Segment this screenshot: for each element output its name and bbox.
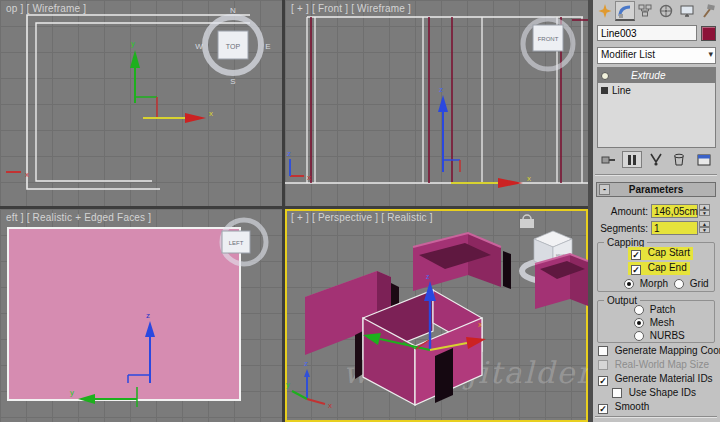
radio-icon[interactable] (624, 279, 634, 289)
lightbulb-icon[interactable] (601, 72, 609, 80)
gizmo-y-label: y (70, 388, 74, 397)
tab-hierarchy[interactable] (635, 1, 655, 21)
viewport-top-canvas[interactable]: y x x TOP N W E S (0, 0, 282, 206)
radio-icon[interactable] (674, 279, 684, 289)
spinner-down-icon[interactable]: ▼ (699, 227, 710, 233)
viewcube-face-label[interactable]: FRONT (538, 36, 559, 42)
modifier-list-dropdown[interactable]: Modifier List ▾ (597, 47, 716, 64)
wireframe-plan[interactable] (27, 15, 250, 189)
viewport-top-label[interactable]: op ] [ Wireframe ] (6, 3, 86, 14)
grid-radio[interactable]: Grid (674, 278, 709, 289)
radio-icon[interactable] (634, 331, 644, 341)
checkbox-icon[interactable] (598, 404, 608, 414)
segments-label: Segments: (593, 223, 648, 234)
compass-n[interactable]: N (230, 6, 236, 15)
tab-utilities[interactable] (698, 1, 718, 21)
smooth-checkbox[interactable]: Smooth (598, 401, 649, 414)
viewport-front-canvas[interactable]: z x x z FRONT (285, 0, 588, 206)
tab-motion[interactable] (656, 1, 676, 21)
mesh-label[interactable]: Mesh (650, 317, 674, 328)
configure-sets-icon (697, 154, 711, 166)
viewport-perspective[interactable]: www.dijitalders [ + ] [ Perspective ] [ … (285, 209, 588, 422)
nurbs-radio[interactable]: NURBS (634, 330, 685, 341)
extruded-wall-side[interactable] (8, 228, 240, 400)
viewport-perspective-canvas[interactable]: FRONT (285, 209, 588, 422)
grid-label[interactable]: Grid (690, 278, 709, 289)
configure-modifier-sets-button[interactable] (694, 151, 714, 168)
checkbox-label[interactable]: Smooth (615, 401, 649, 412)
modify-icon (617, 3, 633, 19)
compass-s[interactable]: S (230, 77, 235, 86)
stack-item-label[interactable]: Line (612, 85, 631, 96)
viewport-front[interactable]: [ + ] [ Front ] [ Wireframe ] z (285, 0, 588, 206)
radio-icon[interactable] (634, 318, 644, 328)
segments-field[interactable]: 1 (651, 221, 698, 235)
viewcube[interactable]: FRONT (523, 19, 573, 69)
viewport-left-label[interactable]: eft ] [ Realistic + Edged Faces ] (6, 212, 151, 223)
viewport-top[interactable]: op ] [ Wireframe ] y x x (0, 0, 282, 206)
viewport-front-label[interactable]: [ + ] [ Front ] [ Wireframe ] (291, 3, 411, 14)
viewcube-face-label[interactable]: TOP (226, 43, 241, 50)
modifier-list-label: Modifier List (601, 49, 655, 60)
object-name-input[interactable] (597, 25, 697, 41)
show-end-result-button[interactable] (622, 151, 642, 168)
checkbox-icon[interactable] (631, 265, 641, 275)
capping-group: Capping Cap Start Cap End Morph Grid (597, 242, 715, 292)
segments-spinner[interactable]: ▲ ▼ (699, 221, 710, 234)
morph-label[interactable]: Morph (640, 278, 668, 289)
gizmo-z-label: z (146, 311, 150, 320)
tab-modify[interactable] (615, 1, 635, 21)
amount-spinner[interactable]: ▲ ▼ (699, 204, 710, 217)
create-icon (597, 3, 613, 19)
checkbox-label[interactable]: Generate Material IDs (615, 373, 713, 384)
parameters-rollout-header[interactable]: - Parameters (596, 182, 716, 197)
spinner-down-icon[interactable]: ▼ (699, 210, 710, 216)
compass-e[interactable]: E (265, 42, 270, 51)
stack-item-extrude[interactable]: Extrude (598, 68, 715, 83)
command-panel: Modifier List ▾ Extrude Line (593, 0, 720, 422)
gizmo-z-label: z (426, 273, 430, 280)
generate-material-ids-checkbox[interactable]: Generate Material IDs (598, 373, 713, 386)
transform-gizmo[interactable]: y x (130, 39, 213, 123)
patch-radio[interactable]: Patch (634, 304, 675, 315)
gizmo-x-label: x (478, 320, 482, 329)
viewcube[interactable]: TOP N W E S (195, 6, 270, 86)
radio-icon[interactable] (634, 305, 644, 315)
viewcube-face-label[interactable]: LEFT (229, 240, 244, 246)
make-unique-button[interactable] (646, 151, 666, 168)
compass-w[interactable]: W (195, 42, 203, 51)
remove-modifier-button[interactable] (669, 151, 689, 168)
stack-item-line[interactable]: Line (598, 83, 715, 98)
modifier-stack: Extrude Line (597, 67, 716, 148)
nurbs-label[interactable]: NURBS (650, 330, 685, 341)
shape-icon (601, 87, 608, 94)
collapse-button[interactable]: - (599, 184, 610, 195)
chevron-down-icon[interactable]: ▾ (708, 49, 713, 59)
lock-icon (520, 215, 534, 228)
tab-display[interactable] (677, 1, 697, 21)
checkbox-icon[interactable] (598, 346, 608, 356)
tab-create[interactable] (595, 1, 615, 21)
cap-start-checkbox[interactable]: Cap Start (628, 247, 693, 260)
amount-field[interactable]: 146,05cm (651, 204, 698, 218)
viewcube[interactable]: LEFT (222, 220, 266, 264)
object-color-swatch[interactable] (701, 26, 716, 41)
mesh-radio[interactable]: Mesh (634, 317, 674, 328)
checkbox-icon[interactable] (598, 376, 608, 386)
cap-start-label[interactable]: Cap Start (648, 247, 690, 258)
viewport-perspective-label[interactable]: [ + ] [ Perspective ] [ Realistic ] (291, 212, 433, 223)
checkbox-icon[interactable] (612, 388, 622, 398)
checkbox-label[interactable]: Use Shape IDs (629, 387, 696, 398)
checkbox-label[interactable]: Generate Mapping Coords. (615, 345, 720, 356)
patch-label[interactable]: Patch (650, 304, 676, 315)
cap-end-label[interactable]: Cap End (648, 262, 687, 273)
cap-end-checkbox[interactable]: Cap End (628, 262, 690, 275)
pin-stack-button[interactable] (598, 151, 618, 168)
viewport-left[interactable]: eft ] [ Realistic + Edged Faces ] z y LE… (0, 209, 282, 422)
use-shape-ids-checkbox[interactable]: Use Shape IDs (612, 387, 696, 398)
checkbox-icon[interactable] (631, 250, 641, 260)
generate-mapping-coords-checkbox[interactable]: Generate Mapping Coords. (598, 345, 720, 356)
morph-radio[interactable]: Morph (624, 278, 668, 289)
stack-item-label[interactable]: Extrude (631, 70, 665, 81)
viewport-left-canvas[interactable]: z y LEFT (0, 209, 282, 422)
